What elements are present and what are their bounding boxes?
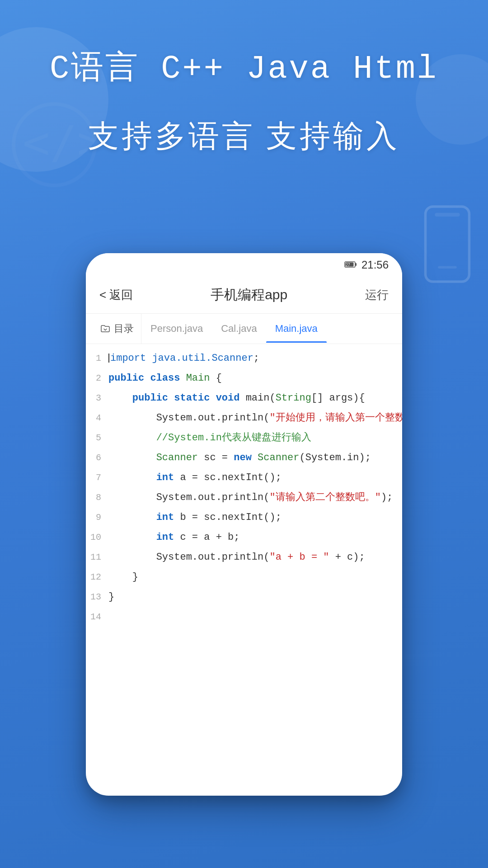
line-number-14: 14 <box>86 609 108 625</box>
run-button[interactable]: 运行 <box>365 287 389 303</box>
tab-main-java-label: Main.java <box>275 323 318 334</box>
back-button[interactable]: < 返回 <box>99 287 133 303</box>
phone-container: 27 21:56 < 返回 手机编程app 运行 目录 Person.java <box>86 253 402 796</box>
line-content-9: int b = sc.nextInt(); <box>108 509 402 526</box>
line-content-2: public class Main { <box>108 370 402 387</box>
status-time: 21:56 <box>361 259 389 271</box>
tab-cal-java[interactable]: Cal.java <box>212 315 266 343</box>
line-content-6: Scanner sc = new Scanner(System.in); <box>108 450 402 466</box>
phone-mockup: 27 21:56 < 返回 手机编程app 运行 目录 Person.java <box>86 253 402 796</box>
code-line-3: 3 public static void main(String[] args)… <box>86 388 402 408</box>
code-line-12: 12 } <box>86 567 402 587</box>
line-number-9: 9 <box>86 509 108 526</box>
tab-person-java-label: Person.java <box>150 323 203 334</box>
code-line-13: 13 } <box>86 587 402 607</box>
folder-tab-label: 目录 <box>114 322 134 335</box>
line-number-6: 6 <box>86 450 108 466</box>
subtitle: 支持多语言 支持输入 <box>0 116 488 157</box>
line-number-10: 10 <box>86 529 108 546</box>
line-content-14 <box>108 609 402 625</box>
code-line-1: 1 import java.util.Scanner; <box>86 349 402 368</box>
svg-rect-4 <box>438 266 457 269</box>
tab-main-java[interactable]: Main.java <box>266 315 327 343</box>
code-editor[interactable]: 1 import java.util.Scanner; 2 public cla… <box>86 344 402 751</box>
code-line-5: 5 //System.in代表从键盘进行输入 <box>86 428 402 448</box>
status-bar: 27 21:56 <box>86 253 402 277</box>
line-content-5: //System.in代表从键盘进行输入 <box>108 430 402 446</box>
battery-icon: 27 <box>344 260 357 270</box>
code-line-7: 7 int a = sc.nextInt(); <box>86 468 402 488</box>
tab-bar: 目录 Person.java Cal.java Main.java <box>86 314 402 344</box>
svg-rect-2 <box>426 207 469 282</box>
svg-rect-3 <box>435 213 460 217</box>
code-line-2: 2 public class Main { <box>86 368 402 388</box>
line-content-11: System.out.println("a + b = " + c); <box>108 549 402 566</box>
line-number-12: 12 <box>86 569 108 585</box>
cursor <box>108 354 109 363</box>
line-content-12: } <box>108 569 402 585</box>
line-content-3: public static void main(String[] args){ <box>108 390 402 406</box>
code-line-10: 10 int c = a + b; <box>86 528 402 547</box>
tab-person-java[interactable]: Person.java <box>141 315 212 343</box>
svg-rect-6 <box>355 263 357 266</box>
line-number-3: 3 <box>86 390 108 406</box>
bg-phone-decoration <box>420 203 474 285</box>
code-line-6: 6 Scanner sc = new Scanner(System.in); <box>86 448 402 468</box>
nav-bar: < 返回 手机编程app 运行 <box>86 277 402 314</box>
line-content-4: System.out.println("开始使用，请输入第一个整数吧。"); <box>108 410 402 426</box>
code-line-11: 11 System.out.println("a + b = " + c); <box>86 547 402 567</box>
line-content-13: } <box>108 589 402 605</box>
line-number-4: 4 <box>86 410 108 426</box>
line-content-1: import java.util.Scanner; <box>108 350 402 367</box>
lang-title: C语言 C++ Java Html <box>0 45 488 89</box>
svg-text:27: 27 <box>346 263 350 267</box>
code-line-9: 9 int b = sc.nextInt(); <box>86 508 402 528</box>
line-number-11: 11 <box>86 549 108 566</box>
app-title: 手机编程app <box>211 286 287 304</box>
code-line-4: 4 System.out.println("开始使用，请输入第一个整数吧。"); <box>86 408 402 428</box>
line-number-2: 2 <box>86 370 108 387</box>
line-content-8: System.out.println("请输入第二个整数吧。"); <box>108 490 402 506</box>
line-number-7: 7 <box>86 470 108 486</box>
line-number-1: 1 <box>86 350 108 367</box>
tab-cal-java-label: Cal.java <box>221 323 257 334</box>
code-line-14: 14 <box>86 607 402 627</box>
line-number-8: 8 <box>86 490 108 506</box>
line-content-10: int c = a + b; <box>108 529 402 546</box>
tab-folder[interactable]: 目录 <box>93 314 141 344</box>
code-line-8: 8 System.out.println("请输入第二个整数吧。"); <box>86 488 402 508</box>
header-area: C语言 C++ Java Html 支持多语言 支持输入 <box>0 45 488 157</box>
line-number-5: 5 <box>86 430 108 446</box>
line-content-7: int a = sc.nextInt(); <box>108 470 402 486</box>
line-number-13: 13 <box>86 589 108 605</box>
